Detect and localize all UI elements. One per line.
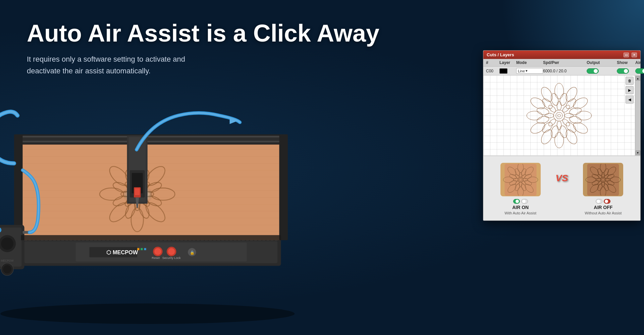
canvas-area [483, 75, 635, 156]
svg-text:🔒: 🔒 [190, 250, 195, 255]
svg-point-102 [541, 121, 554, 134]
svg-point-105 [541, 97, 554, 110]
air-off-sublabel: Without Auto Air Assist [585, 211, 622, 215]
svg-text:⬡ MECPOW: ⬡ MECPOW [106, 249, 138, 255]
svg-point-7 [154, 248, 161, 255]
white-indicator-on [521, 199, 528, 204]
svg-point-98 [569, 115, 582, 125]
svg-point-96 [564, 97, 578, 110]
machine-svg: ⬡ MECPOW 🔒 Reset Security Lock [0, 34, 322, 324]
canvas-scrollbar-v: ▲ ▼ [635, 75, 640, 156]
left-panel: Auto Air Assist is a Click Away It requi… [0, 0, 470, 335]
air-off-label: AIR OFF Without Auto Air Assist [585, 199, 622, 215]
svg-point-9 [168, 248, 175, 255]
svg-point-86 [576, 111, 592, 120]
svg-point-100 [559, 125, 569, 138]
table-row: C00 Line ▾ 6000.0 / 20.0 [483, 67, 640, 75]
svg-text:Reset: Reset [152, 256, 160, 260]
svg-point-88 [564, 128, 579, 146]
svg-point-80 [3, 265, 11, 273]
machine-illustration: ⬡ MECPOW 🔒 Reset Security Lock [0, 34, 322, 328]
svg-point-84 [564, 85, 579, 103]
canvas-container: ▲ ▼ 🗑 ▶ ◀ [483, 75, 640, 156]
svg-point-104 [536, 106, 550, 116]
svg-rect-11 [141, 248, 143, 250]
svg-rect-62 [17, 141, 284, 142]
side-action-buttons: 🗑 ▶ ◀ [626, 77, 634, 104]
air-off-image [583, 163, 623, 196]
air-on-label: AIR ON With Auto Air Assist [504, 199, 536, 215]
window-titlebar: Cuts / Layers ▭ ✕ [483, 51, 640, 59]
table-header: # Layer Mode Spd/Pwr Output Show Air [483, 59, 640, 67]
window-restore-btn[interactable]: ▭ [624, 53, 629, 57]
air-off-indicators [596, 199, 610, 204]
scroll-up-btn[interactable]: ▲ [636, 76, 640, 81]
air-on-sublabel: With Auto Air Assist [504, 211, 536, 215]
air-on-status: AIR ON [512, 205, 529, 210]
svg-point-93 [529, 95, 547, 111]
row-id: C00 [486, 69, 499, 73]
svg-point-111 [557, 121, 561, 130]
white-indicator-off [596, 199, 602, 204]
green-indicator-on [513, 199, 520, 204]
svg-rect-118 [504, 164, 536, 196]
collapse-left-btn[interactable]: ◀ [626, 95, 634, 104]
svg-point-83 [555, 83, 564, 99]
svg-point-116 [556, 112, 562, 119]
svg-point-90 [539, 128, 554, 146]
svg-point-85 [572, 95, 590, 111]
canvas-mandala [526, 82, 593, 149]
air-toggle[interactable] [635, 68, 644, 74]
col-header-output: Output [587, 60, 617, 65]
row-layer-color[interactable] [499, 68, 516, 74]
window-close-btn[interactable]: ✕ [632, 53, 637, 57]
svg-point-103 [536, 115, 550, 125]
row-mode-dropdown[interactable]: Line ▾ [516, 68, 543, 74]
svg-point-99 [564, 121, 578, 134]
svg-rect-82 [21, 235, 281, 240]
window-controls: ▭ ✕ [624, 53, 637, 57]
svg-rect-64 [279, 134, 288, 240]
vs-badge: VS [555, 163, 568, 184]
svg-point-92 [527, 111, 542, 120]
svg-point-95 [559, 92, 569, 106]
svg-point-87 [572, 120, 590, 135]
window-title: Cuts / Layers [487, 52, 514, 57]
svg-rect-10 [137, 248, 139, 250]
svg-point-91 [529, 120, 547, 135]
col-header-hash: # [486, 60, 499, 65]
svg-point-109 [565, 113, 574, 118]
delete-btn[interactable]: 🗑 [626, 77, 634, 85]
output-toggle[interactable] [587, 68, 599, 74]
svg-point-97 [569, 106, 582, 116]
compare-air-on: AIR ON With Auto Air Assist [489, 163, 552, 215]
svg-point-107 [557, 101, 561, 110]
svg-point-106 [550, 92, 560, 106]
col-header-layer: Layer [499, 60, 516, 65]
red-indicator-off [604, 199, 610, 204]
svg-text:Security Lock: Security Lock [162, 256, 181, 260]
scroll-down-btn[interactable]: ▼ [636, 150, 640, 155]
svg-point-0 [0, 304, 294, 324]
svg-point-101 [550, 125, 560, 138]
svg-point-94 [539, 85, 554, 103]
show-toggle[interactable] [617, 68, 629, 74]
expand-right-btn[interactable]: ▶ [626, 86, 634, 94]
page-content: Auto Air Assist is a Click Away It requi… [0, 0, 644, 335]
svg-rect-61 [17, 136, 284, 137]
software-window: Cuts / Layers ▭ ✕ # Layer Mode Spd/Pwr O… [483, 50, 641, 221]
col-header-spdpwr: Spd/Pwr [543, 60, 587, 65]
air-off-status: AIR OFF [594, 205, 612, 210]
compare-air-off: AIR OFF Without Auto Air Assist [572, 163, 635, 215]
col-header-air: Air [635, 60, 644, 65]
svg-rect-70 [135, 188, 140, 195]
right-panel: Cuts / Layers ▭ ✕ # Layer Mode Spd/Pwr O… [470, 0, 644, 335]
mode-label: Line [518, 69, 525, 73]
svg-point-75 [1, 238, 13, 250]
comparison-section: AIR ON With Auto Air Assist VS [483, 156, 640, 220]
svg-point-115 [553, 110, 565, 121]
svg-point-89 [555, 132, 564, 148]
air-on-indicators [513, 199, 528, 204]
svg-point-113 [545, 113, 554, 118]
svg-rect-145 [587, 164, 619, 196]
